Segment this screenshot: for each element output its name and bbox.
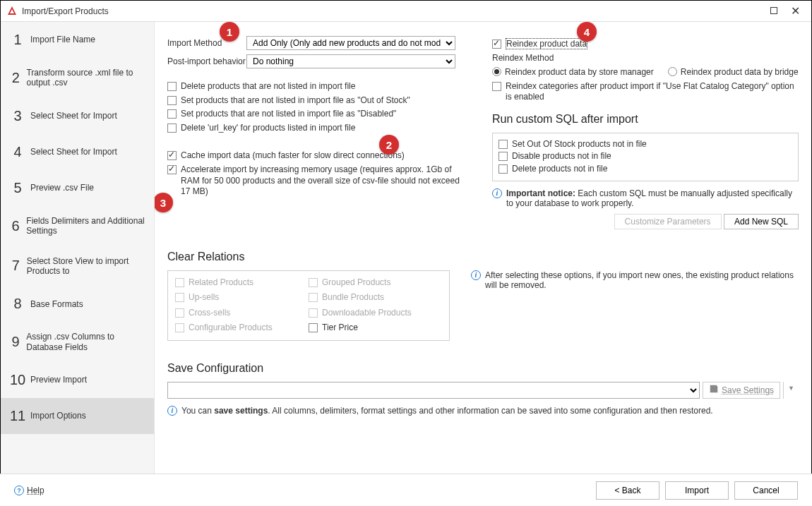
clear-relations-info: After selecting these options, if you im… bbox=[485, 270, 799, 290]
step-8[interactable]: 8Base Formats bbox=[1, 286, 154, 322]
step-10[interactable]: 10Preview Import bbox=[1, 362, 154, 398]
step-6[interactable]: 6Fields Delimiters and Additional Settin… bbox=[1, 206, 154, 246]
cb-reindex-categories-label: Reindex categories after product import … bbox=[506, 81, 799, 103]
cb-out-of-stock-label: Set products that are not listed in impo… bbox=[181, 95, 410, 107]
callout-2: 2 bbox=[379, 135, 399, 155]
step-3[interactable]: 3Select Sheet for Import bbox=[1, 98, 154, 134]
cb-reindex-categories[interactable] bbox=[492, 82, 501, 91]
close-button[interactable]: ✕ bbox=[784, 4, 806, 18]
help-link[interactable]: ? Help bbox=[14, 486, 44, 495]
cb-out-of-stock[interactable] bbox=[167, 96, 177, 105]
info-icon: i bbox=[471, 270, 481, 280]
cb-delete-unlisted-label: Delete products that are not listed in i… bbox=[181, 81, 355, 92]
cb-reindex[interactable] bbox=[492, 40, 501, 49]
cb-cache-label: Cache import data (much faster for slow … bbox=[181, 150, 405, 162]
reindex-method-label: Reindex Method bbox=[492, 53, 799, 63]
callout-1: 1 bbox=[220, 22, 239, 42]
clear-relations-box: Related Products Grouped Products Up-sel… bbox=[167, 270, 450, 341]
info-icon: i bbox=[492, 188, 502, 198]
cb-sql-delete[interactable] bbox=[498, 164, 508, 174]
cb-grouped bbox=[309, 278, 318, 287]
cb-accel-label: Accelerate import by increasing memory u… bbox=[181, 164, 471, 198]
sql-options-box: Set Out Of Stock products not in file Di… bbox=[492, 133, 799, 181]
customize-parameters-button: Customize Parameters bbox=[614, 214, 722, 229]
app-logo-icon bbox=[6, 6, 18, 17]
radio-store-manager[interactable]: Reindex product data by store manager bbox=[492, 67, 654, 77]
titlebar: Import/Export Products ✕ bbox=[1, 1, 811, 22]
callout-4: 4 bbox=[577, 22, 597, 42]
clear-relations-heading: Clear Relations bbox=[167, 251, 799, 263]
cancel-button[interactable]: Cancel bbox=[734, 481, 798, 500]
save-settings-dropdown[interactable]: ▼ bbox=[783, 382, 799, 399]
maximize-button[interactable] bbox=[763, 6, 784, 16]
cb-cache[interactable] bbox=[167, 151, 177, 160]
cb-upsells bbox=[175, 293, 184, 302]
radio-bridge[interactable]: Reindex product data by bridge bbox=[668, 67, 799, 77]
save-config-select[interactable] bbox=[167, 382, 700, 399]
step-4[interactable]: 4Select Sheet for Import bbox=[1, 134, 154, 170]
cb-tier[interactable] bbox=[309, 323, 318, 332]
help-icon: ? bbox=[14, 486, 24, 495]
cb-related bbox=[175, 278, 184, 287]
cb-disabled[interactable] bbox=[167, 109, 177, 119]
wizard-sidebar: 1Import File Name 2Transform source .xml… bbox=[1, 22, 155, 474]
step-7[interactable]: 7Select Store View to import Products to bbox=[1, 246, 154, 287]
save-config-info: You can save settings. All columns, deli… bbox=[181, 406, 713, 416]
save-settings-button[interactable]: Save Settings bbox=[703, 382, 780, 399]
add-new-sql-button[interactable]: Add New SQL bbox=[724, 214, 799, 229]
import-button[interactable]: Import bbox=[665, 481, 729, 500]
back-button[interactable]: < Back bbox=[596, 481, 659, 500]
step-11[interactable]: 11Import Options bbox=[1, 398, 154, 434]
cb-accel[interactable] bbox=[167, 165, 177, 174]
cb-reindex-label: Reindex product data bbox=[506, 39, 587, 50]
cb-cross bbox=[175, 308, 184, 318]
cb-delete-urlkey-label: Delete 'url_key' for products listed in … bbox=[181, 123, 355, 134]
cb-download bbox=[309, 308, 318, 318]
content-pane: 1 2 3 4 Import Method Add Only (Only add… bbox=[155, 22, 811, 474]
cb-sql-outofstock[interactable] bbox=[498, 140, 508, 149]
step-2[interactable]: 2Transform source .xml file to output .c… bbox=[1, 58, 154, 98]
cb-delete-unlisted[interactable] bbox=[167, 82, 177, 91]
step-5[interactable]: 5Preview .csv File bbox=[1, 170, 154, 206]
cb-config bbox=[175, 323, 184, 332]
cb-sql-disable[interactable] bbox=[498, 152, 508, 161]
sql-notice: Important notice: Each custom SQL must b… bbox=[506, 188, 799, 208]
post-import-select[interactable]: Do nothing bbox=[246, 54, 455, 68]
cb-delete-urlkey[interactable] bbox=[167, 124, 177, 133]
sql-heading: Run custom SQL after import bbox=[492, 113, 799, 126]
window-title: Import/Export Products bbox=[22, 6, 763, 16]
cb-bundle bbox=[309, 293, 318, 302]
cb-sql-outofstock-label: Set Out Of Stock products not in file bbox=[512, 139, 647, 150]
save-icon bbox=[709, 384, 719, 396]
import-method-select[interactable]: Add Only (Only add new products and do n… bbox=[246, 36, 455, 50]
step-1[interactable]: 1Import File Name bbox=[1, 22, 154, 58]
cb-disabled-label: Set products that are not listed in impo… bbox=[181, 109, 396, 120]
post-import-label: Post-import behavior bbox=[167, 56, 246, 66]
cb-sql-delete-label: Delete products not in file bbox=[512, 164, 607, 175]
info-icon: i bbox=[167, 406, 177, 416]
cb-sql-disable-label: Disable products not in file bbox=[512, 151, 611, 162]
footer: ? Help < Back Import Cancel bbox=[0, 474, 812, 506]
save-config-heading: Save Configuration bbox=[167, 362, 799, 375]
step-9[interactable]: 9Assign .csv Columns to Database Fields bbox=[1, 322, 154, 362]
